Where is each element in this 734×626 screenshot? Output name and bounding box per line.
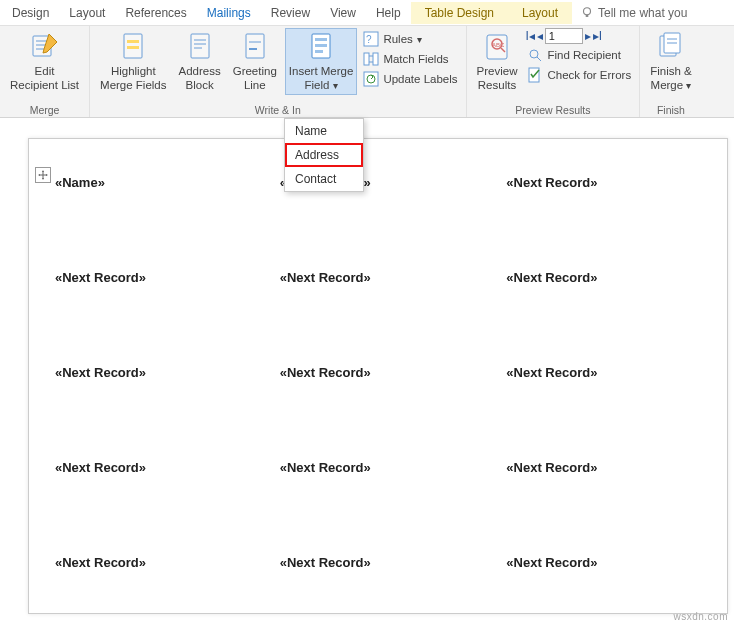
match-fields-button[interactable]: Match Fields [361, 50, 459, 68]
highlight-merge-fields-button[interactable]: Highlight Merge Fields [96, 28, 170, 95]
table-cell[interactable]: «Next Record» [49, 454, 276, 549]
table-cell[interactable]: «Name» [49, 169, 276, 264]
table-cell[interactable]: «Next Record» [49, 549, 276, 626]
edit-recipient-label2: Recipient List [10, 78, 79, 92]
finish-merge-label1: Finish & [650, 64, 692, 78]
svg-line-33 [537, 57, 541, 61]
group-write-insert-label: Write & In [255, 102, 301, 116]
last-record-button[interactable]: ▸I [593, 29, 602, 43]
greeting-line-icon [239, 30, 271, 62]
match-fields-icon [363, 51, 379, 67]
table-cell[interactable]: «Next Record» [276, 549, 503, 626]
check-errors-button[interactable]: Check for Errors [525, 66, 633, 84]
preview-results-icon: ABC [481, 30, 513, 62]
tell-me-text: Tell me what you [598, 6, 687, 20]
svg-point-0 [584, 7, 591, 14]
dropdown-item-contact[interactable]: Contact [285, 167, 363, 191]
address-block-button[interactable]: Address Block [175, 28, 225, 95]
table-cell[interactable]: «Next Record» [502, 264, 729, 359]
ribbon-tabs: Design Layout References Mailings Review… [0, 0, 734, 26]
record-number-input[interactable]: 1 [545, 28, 583, 44]
update-labels-label: Update Labels [383, 73, 457, 85]
table-cell[interactable]: «Next Record» [49, 359, 276, 454]
tab-help[interactable]: Help [366, 2, 411, 24]
group-finish-label: Finish [657, 102, 685, 116]
svg-rect-22 [364, 53, 369, 65]
finish-merge-button[interactable]: Finish & Merge ▾ [646, 28, 696, 95]
table-cell[interactable]: «Next Record» [276, 359, 503, 454]
table-cell[interactable]: «Next Record» [276, 454, 503, 549]
svg-rect-19 [315, 50, 323, 53]
dropdown-item-name[interactable]: Name [285, 119, 363, 143]
insert-merge-label2: Field ▾ [305, 78, 338, 92]
update-labels-icon [363, 71, 379, 87]
find-recipient-icon [527, 47, 543, 63]
svg-point-32 [530, 50, 538, 58]
svg-rect-17 [315, 38, 327, 41]
edit-recipient-list-button[interactable]: Edit Recipient List [6, 28, 83, 95]
table-cell[interactable]: «Next Record» [502, 169, 729, 264]
find-recipient-button[interactable]: Find Recipient [525, 46, 633, 64]
tell-me-box[interactable]: Tell me what you [572, 6, 687, 20]
edit-recipient-icon [29, 30, 61, 62]
record-nav: I◂ ◂ 1 ▸ ▸I [525, 28, 633, 44]
insert-merge-field-button[interactable]: Insert Merge Field ▾ [285, 28, 358, 95]
tab-table-layout[interactable]: Layout [508, 2, 572, 24]
greeting-line-label1: Greeting [233, 64, 277, 78]
group-merge-label: Merge [30, 102, 60, 116]
ribbon-body: Edit Recipient List Merge Highlight Merg… [0, 26, 734, 118]
highlight-merge-label2: Merge Fields [100, 78, 166, 92]
insert-merge-field-icon [305, 30, 337, 62]
table-cell[interactable]: «Next Record» [276, 264, 503, 359]
address-block-label2: Block [186, 78, 214, 92]
svg-rect-15 [249, 48, 257, 50]
insert-merge-field-dropdown: Name Address Contact [284, 118, 364, 192]
dropdown-item-address[interactable]: Address [285, 143, 363, 167]
group-write-insert: Highlight Merge Fields Address Block Gre… [90, 26, 466, 117]
prev-record-button[interactable]: ◂ [537, 29, 543, 43]
svg-rect-1 [586, 14, 589, 16]
match-fields-label: Match Fields [383, 53, 448, 65]
group-preview-results: ABC Preview Results I◂ ◂ 1 ▸ ▸I Find Rec… [466, 26, 641, 117]
svg-rect-9 [191, 34, 209, 58]
tab-layout[interactable]: Layout [59, 2, 115, 24]
svg-rect-7 [127, 40, 139, 43]
rules-label: Rules [383, 33, 412, 45]
greeting-line-button[interactable]: Greeting Line [229, 28, 281, 95]
document-area: «Name» «Next Record» «Next Record» «Next… [0, 118, 734, 614]
svg-rect-23 [373, 53, 378, 65]
highlight-merge-label1: Highlight [111, 64, 156, 78]
table-move-handle[interactable] [35, 167, 51, 183]
address-block-icon [184, 30, 216, 62]
watermark-text: wsxdn.com [673, 611, 728, 622]
table-cell[interactable]: «Next Record» [49, 264, 276, 359]
table-cell[interactable]: «Next Record» [502, 454, 729, 549]
rules-icon: ? [363, 31, 379, 47]
svg-rect-8 [127, 46, 139, 49]
preview-results-button[interactable]: ABC Preview Results [473, 28, 522, 95]
table-cell[interactable]: «Next Record» [502, 359, 729, 454]
update-labels-button[interactable]: Update Labels [361, 70, 459, 88]
document-page[interactable]: «Name» «Next Record» «Next Record» «Next… [28, 138, 728, 614]
greeting-line-label2: Line [244, 78, 266, 92]
svg-text:ABC: ABC [492, 42, 505, 48]
tab-references[interactable]: References [115, 2, 196, 24]
finish-merge-label2: Merge ▾ [651, 78, 692, 92]
tab-review[interactable]: Review [261, 2, 320, 24]
group-preview-label: Preview Results [515, 102, 590, 116]
highlight-merge-icon [117, 30, 149, 62]
tab-table-design[interactable]: Table Design [411, 2, 508, 24]
tab-mailings[interactable]: Mailings [197, 2, 261, 24]
find-recipient-label: Find Recipient [547, 49, 621, 61]
rules-button[interactable]: ? Rules ▾ [361, 30, 459, 48]
tab-design[interactable]: Design [2, 2, 59, 24]
group-finish: Finish & Merge ▾ Finish [640, 26, 702, 117]
svg-rect-13 [246, 34, 264, 58]
next-record-button[interactable]: ▸ [585, 29, 591, 43]
first-record-button[interactable]: I◂ [525, 29, 534, 43]
preview-results-label2: Results [478, 78, 516, 92]
tab-view[interactable]: View [320, 2, 366, 24]
bulb-icon [580, 6, 594, 20]
svg-text:?: ? [366, 34, 372, 45]
finish-merge-icon [655, 30, 687, 62]
